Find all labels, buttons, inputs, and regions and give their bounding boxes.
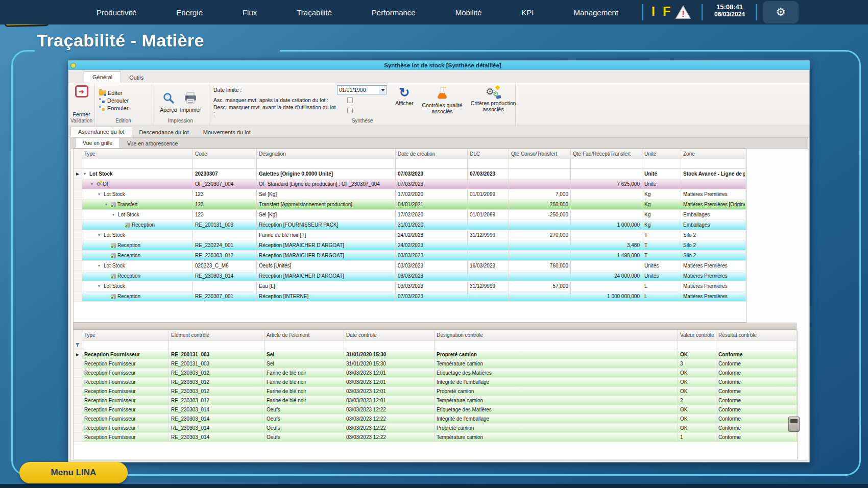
filter-cell[interactable] [193, 159, 257, 168]
menu-lina-button[interactable]: Menu LINA [19, 462, 128, 483]
nav-item-tracabilite[interactable]: Traçabilité [297, 8, 332, 17]
desc-checkbox[interactable] [347, 108, 353, 113]
table-row[interactable]: ReceptionRE_230303_012Réception [MARAICH… [74, 251, 746, 261]
column-header-valeur-controle[interactable]: Valeur contrôle [678, 330, 716, 340]
expander-icon[interactable]: ▾ [84, 172, 89, 176]
expander-icon[interactable]: ▾ [98, 233, 104, 237]
grid-splitter[interactable] [73, 323, 797, 330]
filter-cell[interactable] [82, 159, 193, 168]
derouler-button[interactable]: Dérouler [99, 97, 152, 104]
criteres-production-button[interactable]: ⚙⚙ Critères production associés [467, 83, 520, 118]
afficher-button[interactable]: ↻ Afficher [391, 83, 418, 118]
nav-item-flux[interactable]: Flux [243, 8, 257, 17]
column-header-type[interactable]: Type [82, 149, 193, 159]
column-header-type[interactable]: Type [82, 330, 169, 340]
column-header-code[interactable]: Code [193, 149, 257, 159]
expander-icon[interactable]: ▾ [112, 212, 118, 217]
ribbon-tab-outils[interactable]: Outils [121, 72, 152, 83]
nav-item-management[interactable]: Management [573, 8, 618, 17]
view-tab-vue-en-arborescence[interactable]: Vue en arborescence [120, 139, 185, 148]
warning-icon[interactable]: ! [675, 5, 691, 21]
column-header-qte-conso-transfert[interactable]: Qté Conso/Transfert [509, 149, 571, 159]
filter-cell[interactable] [509, 159, 571, 168]
filter-cell[interactable] [435, 340, 678, 350]
tab-descendance-du-lot[interactable]: Descendance du lot [132, 128, 196, 137]
editer-button[interactable]: Editer [99, 90, 152, 96]
expander-icon[interactable]: ▾ [98, 263, 104, 268]
cell-conso [509, 291, 571, 301]
nav-item-energie[interactable]: Energie [176, 8, 203, 17]
cell-type: ▾Lot Stock [82, 230, 193, 240]
view-tab-vue-en-grille[interactable]: Vue en grille [75, 138, 120, 148]
column-header-article-de-l-element[interactable]: Article de l'élément [264, 330, 344, 340]
expander-icon[interactable]: ▾ [98, 284, 104, 288]
filter-cell[interactable] [396, 159, 468, 168]
filter-cell[interactable] [716, 340, 797, 350]
filter-cell[interactable] [678, 340, 716, 350]
apercu-button[interactable]: Aperçu [160, 89, 177, 113]
table-row[interactable]: ▾⚙OFOF_230307_004OF Standard [Ligne de p… [74, 179, 746, 189]
table-row[interactable]: Reception FournisseurRE_230303_012Farine… [74, 387, 797, 396]
column-header-date-de-creation[interactable]: Date de création [396, 149, 468, 159]
chevron-down-icon[interactable] [379, 86, 387, 94]
settings-button[interactable]: ⚙ [763, 1, 799, 23]
expander-icon[interactable]: ▾ [91, 182, 97, 186]
filter-cell[interactable] [264, 340, 344, 350]
column-header-date-controle[interactable]: Date contrôle [344, 330, 435, 340]
cell-creation: 24/02/2023 [396, 230, 468, 240]
table-row[interactable]: ▾Lot Stock020323_C_M6Oeufs [Unités]03/03… [74, 261, 746, 271]
filter-cell[interactable] [169, 340, 264, 350]
controles-qualite-button[interactable]: Contrôles qualité associés [418, 83, 467, 118]
table-row[interactable]: ▾Lot Stock123Sel [Kg]17/02/202001/01/209… [74, 189, 746, 200]
filter-cell[interactable] [468, 159, 509, 168]
column-header-element-controle[interactable]: Elément contrôlé [169, 330, 264, 340]
column-header-resultat-controle[interactable]: Résultat contrôle [716, 330, 797, 340]
table-row[interactable]: ▶Reception FournisseurRE_200131_003Sel31… [74, 350, 797, 359]
table-row[interactable]: Reception FournisseurRE_230303_014Oeufs0… [74, 405, 797, 414]
table-row[interactable]: Reception FournisseurRE_230303_014Oeufs0… [74, 424, 797, 433]
column-header-qte-fab-recept-transfert[interactable]: Qté Fab/Récept/Transfert [571, 149, 642, 159]
nav-item-mobilite[interactable]: Mobilité [455, 8, 482, 17]
tab-ascendance-du-lot[interactable]: Ascendance du lot [70, 127, 132, 137]
table-row[interactable]: ▶▾Lot Stock20230307Galettes [Origine 0,0… [74, 169, 746, 179]
filter-cell[interactable] [681, 159, 745, 168]
table-row[interactable]: Reception FournisseurRE_230303_012Farine… [74, 378, 797, 387]
nav-item-performance[interactable]: Performance [372, 8, 416, 17]
table-row[interactable]: ▾Lot Stock123Sel [Kg]17/02/202001/01/209… [74, 210, 746, 220]
table-row[interactable]: ▾Lot StockEau [L]03/03/202331/12/999957,… [74, 281, 746, 291]
expander-icon[interactable]: ▾ [98, 192, 104, 197]
enrouler-button[interactable]: Enrouler [99, 105, 152, 111]
filter-cell[interactable] [344, 340, 435, 350]
table-row[interactable]: ▾Transfert123Transfert [Approvisionnemen… [74, 200, 746, 210]
asc-checkbox[interactable] [347, 97, 353, 103]
date-limite-combo[interactable]: 01/01/1900 [337, 85, 387, 94]
window-titlebar[interactable]: Synthèse lot de stock [Synthèse détaillé… [68, 61, 809, 70]
device-icon[interactable] [788, 417, 800, 432]
table-row[interactable]: ReceptionRE_230307_001Réception [INTERNE… [74, 291, 746, 302]
cell-designation: Oeufs [Unités] [257, 261, 396, 271]
column-header-designation-controle[interactable]: Désignation contrôle [435, 330, 678, 340]
column-header-zone[interactable]: Zone [681, 149, 745, 159]
table-row[interactable]: ▾Lot StockFarine de blé noir [T]24/02/20… [74, 230, 746, 240]
ribbon-tab-general[interactable]: Général [84, 71, 121, 83]
table-row[interactable]: Reception FournisseurRE_230303_014Oeufs0… [74, 414, 797, 424]
table-row[interactable]: Reception FournisseurRE_230303_012Farine… [74, 369, 797, 378]
column-header-designation[interactable]: Désignation [257, 149, 396, 159]
filter-cell[interactable] [642, 159, 681, 168]
filter-cell[interactable] [257, 159, 396, 168]
nav-item-productivite[interactable]: Productivité [97, 8, 136, 17]
fermer-button[interactable]: ➜ Fermer [68, 83, 94, 118]
tab-mouvements-du-lot[interactable]: Mouvements du lot [196, 128, 258, 137]
table-row[interactable]: Reception FournisseurRE_230303_014Oeufs0… [74, 433, 797, 442]
table-row[interactable]: ReceptionRE_230224_001Réception [MARAICH… [74, 240, 746, 251]
filter-cell[interactable] [82, 340, 169, 350]
table-row[interactable]: Reception FournisseurRE_200131_003Sel31/… [74, 359, 797, 369]
table-row[interactable]: ReceptionRE_200131_003Réception [FOURNIS… [74, 220, 746, 230]
column-header-unite[interactable]: Unité [642, 149, 681, 159]
imprimer-button[interactable]: Imprimer [180, 89, 201, 113]
table-row[interactable]: Reception FournisseurRE_230303_012Farine… [74, 396, 797, 405]
table-row[interactable]: ReceptionRE_230303_014Réception [MARAICH… [74, 271, 746, 281]
nav-item-kpi[interactable]: KPI [521, 8, 534, 17]
filter-cell[interactable] [571, 159, 642, 168]
column-header-dlc[interactable]: DLC [468, 149, 509, 159]
